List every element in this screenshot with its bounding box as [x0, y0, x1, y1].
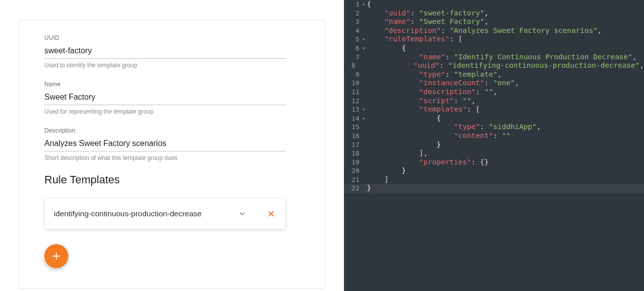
line-number: 2 [344, 9, 360, 18]
code-content: } [367, 166, 406, 175]
rule-templates-heading: Rule Templates [44, 173, 300, 186]
code-content: { [367, 44, 406, 53]
rule-template-name: identifying-continuous-production-decrea… [54, 209, 229, 218]
code-content: } [367, 184, 371, 193]
code-line[interactable]: 10 "instanceCount": "one", [344, 79, 644, 88]
code-content: "type": "template", [367, 70, 502, 79]
line-number: 10 [344, 79, 360, 88]
description-input[interactable] [44, 137, 286, 151]
code-line[interactable]: 18 ], [344, 149, 644, 158]
code-line[interactable]: 12 "script": "", [344, 97, 644, 106]
name-label: Name [44, 81, 300, 88]
uuid-label: UUID [44, 34, 300, 41]
code-line[interactable]: 3 "name": "Sweet Factory", [344, 17, 644, 26]
line-number: 13 [344, 105, 360, 114]
close-icon[interactable] [266, 209, 276, 219]
code-content: { [367, 0, 371, 9]
code-editor-panel[interactable]: 1▾{2 "uuid": "sweet-factory",3 "name": "… [344, 0, 644, 291]
code-line[interactable]: 6▾ { [344, 44, 644, 53]
code-line[interactable]: 16 "content": "" [344, 132, 644, 141]
line-number: 15 [344, 123, 360, 132]
form-panel: UUID Used to identify the template group… [0, 0, 344, 291]
code-content: "type": "siddhiApp", [367, 123, 541, 132]
add-rule-template-button[interactable] [44, 244, 68, 268]
name-help: Used for representing the template group [44, 108, 300, 115]
line-number: 22 [344, 184, 360, 193]
code-line[interactable]: 15 "type": "siddhiApp", [344, 123, 644, 132]
code-line[interactable]: 22} [344, 184, 644, 193]
code-line[interactable]: 17 } [344, 141, 644, 149]
template-group-card: UUID Used to identify the template group… [19, 20, 325, 289]
code-content: "script": "", [367, 97, 476, 106]
code-line[interactable]: 11 "description": "", [344, 88, 644, 97]
code-content: "uuid": "sweet-factory", [367, 9, 488, 18]
fold-marker-icon[interactable]: ▾ [360, 114, 367, 123]
fold-marker-icon[interactable]: ▾ [360, 44, 367, 53]
code-line[interactable]: 1▾{ [344, 0, 644, 9]
code-line[interactable]: 19 "properties": {} [344, 158, 644, 167]
code-content: "templates": [ [367, 105, 480, 114]
code-content: "content": "" [367, 132, 510, 141]
line-number: 18 [344, 149, 360, 158]
line-number: 20 [344, 166, 360, 175]
code-line[interactable]: 21 ] [344, 175, 644, 184]
app-root: UUID Used to identify the template group… [0, 0, 644, 291]
line-number: 11 [344, 88, 360, 97]
line-number: 17 [344, 141, 360, 149]
code-area[interactable]: 1▾{2 "uuid": "sweet-factory",3 "name": "… [344, 0, 644, 193]
line-number: 1 [344, 0, 360, 9]
line-number: 3 [344, 17, 360, 26]
code-line[interactable]: 2 "uuid": "sweet-factory", [344, 9, 644, 18]
code-line[interactable]: 8 "uuid": "identifying-continuous-produc… [344, 61, 644, 70]
chevron-down-icon[interactable] [237, 209, 247, 219]
rule-template-item[interactable]: identifying-continuous-production-decrea… [44, 198, 286, 229]
line-number: 8 [344, 61, 356, 70]
name-field-group: Name Used for representing the template … [44, 81, 300, 115]
code-content: "uuid": "identifying-continuous-producti… [361, 61, 644, 70]
code-line[interactable]: 4 "description": "Analyzes Sweet Factory… [344, 26, 644, 35]
code-content: { [367, 114, 441, 123]
line-number: 14 [344, 114, 360, 123]
description-field-group: Description Short description of what th… [44, 127, 300, 161]
code-content: "properties": {} [367, 158, 488, 167]
code-content: ] [367, 175, 389, 184]
code-line[interactable]: 9 "type": "template", [344, 70, 644, 79]
code-line[interactable]: 7 "name": "Identify Continuous Productio… [344, 53, 644, 62]
code-content: "description": "", [367, 88, 497, 97]
code-content: "description": "Analyzes Sweet Factory s… [367, 26, 602, 35]
line-number: 9 [344, 70, 360, 79]
line-number: 12 [344, 97, 360, 106]
code-line[interactable]: 5▾ "ruleTemplates": [ [344, 35, 644, 44]
line-number: 16 [344, 132, 360, 141]
description-help: Short description of what this template … [44, 154, 300, 161]
line-number: 21 [344, 175, 360, 184]
fold-marker-icon[interactable]: ▾ [360, 105, 367, 114]
uuid-help: Used to identify the template group [44, 62, 300, 69]
line-number: 5 [344, 35, 360, 44]
uuid-field-group: UUID Used to identify the template group [44, 34, 300, 69]
code-content: ], [367, 149, 428, 158]
code-line[interactable]: 20 } [344, 166, 644, 175]
name-input[interactable] [44, 91, 286, 105]
fold-marker-icon[interactable]: ▾ [360, 35, 367, 44]
code-line[interactable]: 14▾ { [344, 114, 644, 123]
description-label: Description [44, 127, 300, 134]
code-content: } [367, 141, 441, 149]
code-content: "instanceCount": "one", [367, 79, 519, 88]
line-number: 6 [344, 44, 360, 53]
code-line[interactable]: 13▾ "templates": [ [344, 105, 644, 114]
line-number: 19 [344, 158, 360, 167]
uuid-input[interactable] [44, 44, 286, 59]
code-content: "ruleTemplates": [ [367, 35, 463, 44]
line-number: 7 [344, 53, 360, 62]
line-number: 4 [344, 26, 360, 35]
code-content: "name": "Identify Continuous Production … [367, 53, 637, 62]
fold-marker-icon[interactable]: ▾ [360, 0, 367, 9]
code-content: "name": "Sweet Factory", [367, 17, 488, 26]
